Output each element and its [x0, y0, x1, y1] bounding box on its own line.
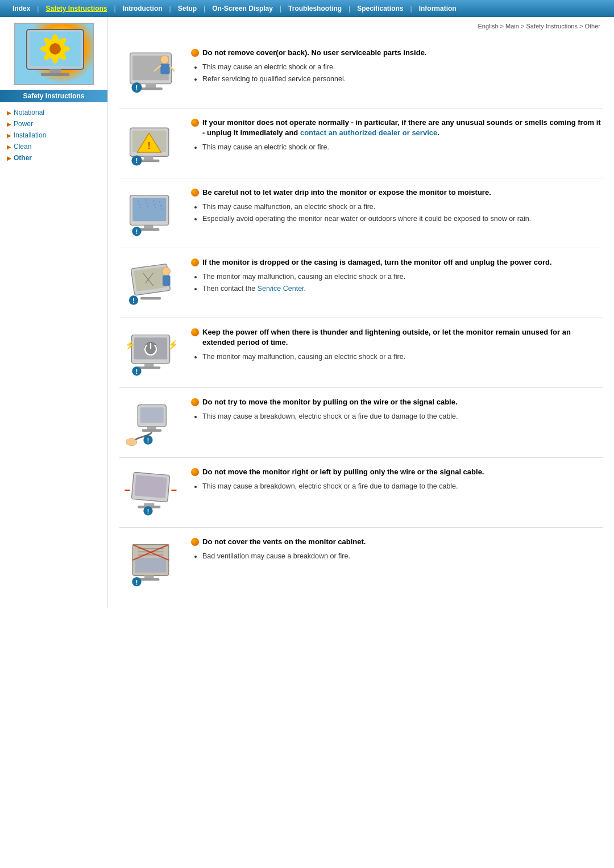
- svg-text:!: !: [135, 367, 138, 375]
- svg-rect-69: [134, 475, 167, 498]
- item-heading-text-7: Do not move the monitor right or left by…: [202, 467, 484, 477]
- link-service-center[interactable]: Service Center: [258, 285, 304, 293]
- item-text-3: Be careful not to let water drip into th…: [191, 187, 603, 226]
- svg-point-8: [52, 55, 58, 64]
- svg-point-3: [49, 43, 61, 55]
- svg-text:!: !: [147, 507, 149, 515]
- safety-item-3: ! Be careful not to let water drip into …: [119, 178, 603, 248]
- svg-text:!: !: [132, 297, 135, 304]
- item-text-5: Keep the power off when there is thunder…: [191, 327, 603, 364]
- sidebar-link-notational[interactable]: ▶ Notational: [0, 107, 107, 118]
- orange-dot-5: [191, 328, 199, 336]
- bullet-4-2: Then contact the Service Center.: [202, 284, 603, 294]
- sidebar-link-other[interactable]: ▶ Other: [0, 152, 107, 164]
- link-authorized-dealer[interactable]: contact an authorized dealer or service: [300, 128, 437, 137]
- item-heading-6: Do not try to move the monitor by pullin…: [191, 397, 603, 407]
- item-image-2: ! !: [119, 118, 182, 169]
- svg-rect-55: [138, 366, 160, 369]
- item-heading-text-3: Be careful not to let water drip into th…: [202, 187, 491, 198]
- svg-rect-17: [139, 87, 163, 90]
- sidebar-link-clean[interactable]: ▶ Clean: [0, 141, 107, 152]
- safety-item-5: ⚡ ⚡ ! Keep the power off when there is t…: [119, 318, 603, 388]
- orange-dot-6: [191, 398, 199, 406]
- item-text-7: Do not move the monitor right or left by…: [191, 467, 603, 494]
- bullet-2-1: This may cause an electric shock or fire…: [202, 143, 603, 153]
- safety-item-6: ! Do not try to move the monitor by pull…: [119, 388, 603, 458]
- svg-rect-38: [144, 225, 153, 228]
- bullet-5-1: The monitor may malfunction, causing an …: [202, 352, 603, 362]
- item-bullets-2: This may cause an electric shock or fire…: [202, 143, 603, 153]
- nav-sep-3: |: [168, 5, 172, 12]
- svg-point-46: [162, 267, 171, 276]
- nav-sep-5: |: [279, 5, 283, 12]
- item-heading-text-6: Do not try to move the monitor by pullin…: [202, 397, 458, 407]
- svg-point-10: [40, 46, 49, 52]
- svg-rect-61: [140, 407, 164, 423]
- top-navigation: Index | Safety Instructions | Introducti…: [0, 0, 614, 17]
- item-text-6: Do not try to move the monitor by pullin…: [191, 397, 603, 424]
- safety-item-4: ! If the monitor is dropped or the casin…: [119, 248, 603, 318]
- bullet-3-2: Especially avoid operating the monitor n…: [202, 214, 603, 224]
- item-image-5: ⚡ ⚡ !: [119, 327, 182, 378]
- item-text-1: Do not remove cover(or back). No user se…: [191, 48, 603, 86]
- nav-safety-instructions[interactable]: Safety Instructions: [40, 3, 113, 14]
- item-image-7: !: [119, 467, 182, 518]
- nav-information[interactable]: Information: [413, 3, 462, 14]
- nav-sep-4: |: [202, 5, 206, 12]
- nav-introduction[interactable]: Introduction: [117, 3, 168, 14]
- sidebar-link-installation[interactable]: ▶ Installation: [0, 130, 107, 141]
- svg-rect-47: [163, 275, 171, 285]
- item-heading-5: Keep the power off when there is thunder…: [191, 327, 603, 348]
- nav-osd[interactable]: On-Screen Display: [206, 3, 279, 14]
- svg-text:⚡: ⚡: [125, 340, 136, 350]
- sidebar-thumbnail: [14, 23, 94, 85]
- svg-rect-82: [139, 578, 159, 581]
- item-text-2: If your monitor does not operate normall…: [191, 118, 603, 155]
- item-heading-2: If your monitor does not operate normall…: [191, 118, 603, 138]
- item-heading-8: Do not cover the vents on the monitor ca…: [191, 537, 603, 547]
- item-heading-text-2: If your monitor does not operate normall…: [202, 118, 603, 138]
- content-area: English > Main > Safety Instructions > O…: [108, 17, 614, 608]
- sidebar-link-power[interactable]: ▶ Power: [0, 118, 107, 130]
- breadcrumb: English > Main > Safety Instructions > O…: [119, 23, 603, 30]
- item-heading-text-5: Keep the power off when there is thunder…: [202, 327, 603, 348]
- svg-point-18: [160, 55, 169, 64]
- nav-sep-1: |: [36, 5, 40, 12]
- nav-sep-7: |: [409, 5, 413, 12]
- svg-point-6: [61, 46, 70, 52]
- bullet-7-1: This may cause a breakdown, electric sho…: [202, 482, 603, 492]
- nav-troubleshooting[interactable]: Troubleshooting: [283, 3, 347, 14]
- svg-rect-48: [140, 297, 161, 300]
- bullet-4-1: The monitor may malfunction, causing an …: [202, 272, 603, 282]
- orange-dot-7: [191, 468, 199, 476]
- sidebar: Safety Instructions ▶ Notational ▶ Power…: [0, 17, 108, 608]
- orange-dot-8: [191, 538, 199, 546]
- bullet-8-1: Bad ventilation may cause a breakdown or…: [202, 552, 603, 562]
- bullet-1-2: Refer servicing to qualified service per…: [202, 74, 603, 85]
- item-image-3: !: [119, 187, 182, 239]
- arrow-icon-other: ▶: [7, 155, 11, 161]
- svg-rect-63: [142, 429, 162, 432]
- arrow-icon-notational: ▶: [7, 110, 11, 116]
- arrow-icon-clean: ▶: [7, 144, 11, 150]
- item-text-8: Do not cover the vents on the monitor ca…: [191, 537, 603, 564]
- safety-item-1: ! Do not remove cover(or back). No user …: [119, 39, 603, 108]
- arrow-icon-power: ▶: [7, 121, 11, 127]
- item-image-6: !: [119, 397, 182, 448]
- item-heading-7: Do not move the monitor right or left by…: [191, 467, 603, 477]
- svg-rect-13: [41, 73, 69, 76]
- svg-text:!: !: [135, 156, 138, 165]
- nav-setup[interactable]: Setup: [172, 3, 202, 14]
- svg-text:!: !: [135, 578, 138, 586]
- nav-specifications[interactable]: Specifications: [351, 3, 409, 14]
- item-image-4: !: [119, 257, 182, 308]
- svg-rect-19: [160, 64, 169, 74]
- svg-text:!: !: [147, 436, 149, 444]
- item-heading-text-1: Do not remove cover(or back). No user se…: [202, 48, 426, 58]
- nav-sep-6: |: [347, 5, 351, 12]
- nav-index[interactable]: Index: [7, 3, 36, 14]
- item-bullets-4: The monitor may malfunction, causing an …: [202, 272, 603, 294]
- item-heading-text-8: Do not cover the vents on the monitor ca…: [202, 537, 366, 547]
- safety-item-7: ! Do not move the monitor right or left …: [119, 458, 603, 528]
- svg-rect-26: [144, 156, 153, 160]
